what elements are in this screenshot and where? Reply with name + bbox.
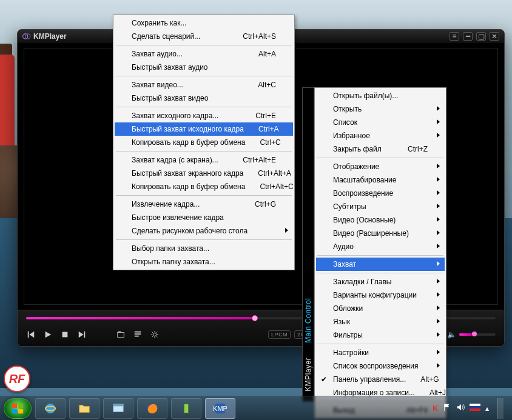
taskbar-firefox[interactable] — [137, 398, 167, 419]
seek-fill — [26, 317, 252, 319]
stop-button[interactable] — [60, 330, 70, 339]
main-menu-item-10[interactable]: Видео (Основные) — [316, 213, 445, 227]
capture-menu-item-0[interactable]: Сохранить как... — [115, 16, 293, 30]
capture-menu-item-14[interactable]: Быстрый захват экранного кадраCtrl+Alt+A — [115, 167, 293, 180]
capture-menu-label: Копировать кадр в буфер обмена — [132, 138, 245, 147]
ie-icon — [44, 402, 57, 415]
main-menu-item-17[interactable]: Варианты конфигурации — [316, 288, 445, 302]
seek-handle[interactable] — [252, 315, 258, 321]
main-menu-item-23[interactable]: Список воспроизведения — [316, 359, 445, 373]
capture-menu-label: Захват аудио... — [132, 50, 183, 58]
capture-menu-item-4[interactable]: Быстрый захват аудио — [115, 61, 293, 74]
taskbar-app1[interactable] — [103, 398, 133, 419]
capture-menu-item-18[interactable]: Быстрое извлечение кадра — [115, 211, 293, 224]
main-menu-item-4[interactable]: Закрыть файлCtrl+Z — [316, 142, 445, 156]
main-menu-item-2[interactable]: Список — [316, 116, 445, 129]
main-menu-item-14[interactable]: Захват — [316, 258, 445, 271]
main-menu-item-22[interactable]: Настройки — [316, 346, 445, 359]
tray-kaspersky-icon[interactable]: K — [433, 404, 438, 413]
svg-rect-18 — [470, 406, 480, 408]
main-menu-item-1[interactable]: Открыть — [316, 102, 445, 116]
tray-chevron[interactable]: ▴ — [485, 404, 489, 413]
main-menu-item-6[interactable]: Отображение — [316, 160, 445, 173]
main-menu-item-16[interactable]: Закладки / Главы — [316, 275, 445, 288]
tray-volume-icon[interactable] — [456, 403, 465, 413]
main-menu-label: Закрыть файл — [333, 145, 382, 153]
capture-menu-item-13[interactable]: Захват кадра (с экрана)...Ctrl+Alt+E — [115, 153, 293, 167]
window-close-button[interactable]: ✕ — [490, 32, 499, 41]
play-button[interactable] — [43, 330, 53, 339]
start-button[interactable] — [4, 398, 32, 419]
main-menu-item-20[interactable]: Фильтры — [316, 328, 445, 342]
main-menu-label: Язык — [333, 318, 350, 326]
window-tray-button[interactable]: ≡ — [450, 32, 459, 41]
capture-menu-label: Быстрое извлечение кадра — [132, 213, 224, 222]
capture-menu-separator — [116, 45, 292, 45]
main-menu-item-24[interactable]: ✔Панель управления...Alt+G — [316, 373, 445, 386]
submenu-arrow-icon — [437, 244, 440, 248]
submenu-arrow-icon — [437, 363, 440, 368]
main-menu-label: Открыть файл(ы)... — [333, 92, 398, 100]
main-menu-label: Захват — [333, 260, 356, 268]
capture-menu-item-15[interactable]: Копировать кадр в буфер обменаCtrl+Alt+C — [115, 180, 293, 193]
main-context-menu: Открыть файл(ы)...ОткрытьСписокИзбранное… — [314, 87, 446, 419]
capture-menu-item-9[interactable]: Захват исходного кадра...Ctrl+E — [115, 109, 293, 122]
tray-lang-ru[interactable] — [470, 404, 480, 413]
main-menu-item-12[interactable]: Аудио — [316, 240, 445, 253]
folder-icon — [78, 402, 91, 415]
window-minimize-button[interactable]: ━ — [463, 32, 473, 41]
capture-menu-item-22[interactable]: Открыть папку захвата... — [115, 255, 293, 268]
main-menu-label: Открыть — [333, 105, 362, 113]
main-menu-item-9[interactable]: Субтитры — [316, 200, 445, 213]
playlist-button[interactable] — [133, 330, 143, 339]
main-menu-item-7[interactable]: Масштабирование — [316, 173, 445, 187]
settings-button[interactable] — [150, 330, 160, 339]
main-menu-item-0[interactable]: Открыть файл(ы)... — [316, 89, 445, 102]
window-maximize-button[interactable]: ▢ — [476, 32, 486, 41]
mute-button[interactable]: 🔈 — [447, 330, 456, 339]
capture-menu-item-1[interactable]: Сделать сценарий...Ctrl+Alt+S — [115, 30, 293, 43]
capture-menu-separator — [116, 195, 292, 196]
submenu-arrow-icon — [437, 190, 440, 195]
svg-point-9 — [45, 403, 56, 413]
main-menu-label: Видео (Основные) — [333, 216, 396, 224]
main-menu-item-11[interactable]: Видео (Расширенные) — [316, 227, 445, 240]
capture-menu-item-11[interactable]: Копировать кадр в буфер обменаCtrl+C — [115, 136, 293, 149]
open-button[interactable] — [116, 330, 126, 339]
tray-flag-icon[interactable] — [443, 403, 451, 413]
submenu-arrow-icon — [437, 133, 440, 138]
main-menu-label: Воспроизведение — [333, 189, 393, 198]
main-menu-item-18[interactable]: Обложки — [316, 302, 445, 315]
capture-menu-item-21[interactable]: Выбор папки захвата... — [115, 242, 293, 255]
capture-menu-item-10[interactable]: Быстрый захват исходного кадраCtrl+A — [115, 122, 293, 136]
capture-menu-label: Извлечение кадра... — [132, 200, 200, 208]
next-button[interactable] — [77, 330, 87, 339]
capture-menu-shortcut: Ctrl+C — [245, 138, 280, 147]
submenu-arrow-icon — [437, 305, 440, 310]
main-menu-item-8[interactable]: Воспроизведение — [316, 187, 445, 200]
capture-menu-item-19[interactable]: Сделать рисунком рабочего стола — [115, 224, 293, 238]
taskbar-app2[interactable] — [171, 398, 201, 419]
volume-slider[interactable] — [459, 333, 496, 336]
show-desktop-button[interactable] — [497, 398, 504, 419]
capture-menu-item-6[interactable]: Захват видео...Alt+C — [115, 78, 293, 92]
main-control-sidebar[interactable]: KMPlayer Main Control — [302, 87, 314, 402]
volume-handle[interactable] — [472, 332, 477, 336]
main-menu-item-3[interactable]: Избранное — [316, 129, 445, 142]
prev-button[interactable] — [26, 330, 36, 339]
capture-menu-item-17[interactable]: Извлечение кадра...Ctrl+G — [115, 198, 293, 211]
capture-menu-label: Открыть папку захвата... — [132, 258, 215, 266]
svg-rect-19 — [470, 408, 480, 411]
main-menu-label: Варианты конфигурации — [333, 291, 417, 299]
capture-menu-item-7[interactable]: Быстрый захват видео — [115, 92, 293, 105]
main-menu-item-19[interactable]: Язык — [316, 315, 445, 328]
volume-fill — [459, 333, 472, 336]
capture-menu-label: Быстрый захват видео — [132, 94, 208, 102]
windows-logo-icon — [11, 402, 24, 415]
taskbar-kmplayer[interactable]: KMP — [205, 398, 235, 419]
capture-menu-item-3[interactable]: Захват аудио...Alt+A — [115, 47, 293, 61]
taskbar-ie[interactable] — [35, 398, 66, 419]
taskbar-explorer[interactable] — [69, 398, 99, 419]
capture-menu-shortcut: Ctrl+Alt+A — [243, 169, 291, 178]
desktop-shortcut-rf[interactable]: RF — [4, 365, 30, 392]
